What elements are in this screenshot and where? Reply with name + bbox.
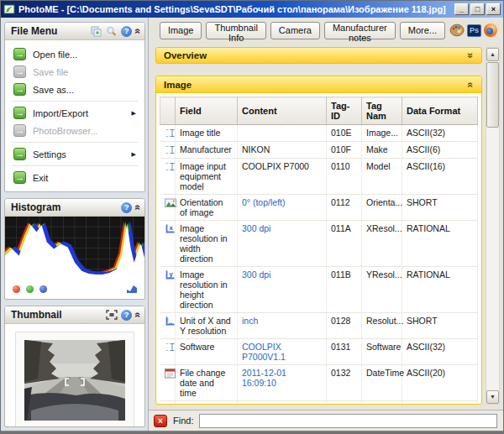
svg-text:x: x — [169, 224, 173, 232]
tab-image[interactable]: Image — [160, 22, 202, 39]
green-channel-button[interactable] — [26, 285, 34, 293]
collapse-panel-icon[interactable]: « — [134, 29, 143, 34]
table-row[interactable]: Image title010EImage...ASCII(32) — [160, 125, 478, 142]
tag-name-cell: Orienta... — [362, 195, 402, 221]
help-icon[interactable]: ? — [121, 310, 132, 321]
table-row[interactable]: Image input equipment modelCOOLPIX P7000… — [160, 159, 478, 195]
palette-icon[interactable] — [449, 24, 465, 37]
minimize-button[interactable]: _ — [454, 3, 469, 15]
tag-name-cell: YResol... — [362, 267, 402, 313]
tag-name-cell: Software — [362, 339, 402, 365]
content-cell[interactable]: COOLPIX P7000V1.1 — [238, 339, 327, 365]
green-arrow-icon: → — [13, 65, 26, 78]
image-section-header[interactable]: Image « — [156, 76, 481, 93]
green-arrow-icon: → — [13, 48, 26, 60]
menu-item-settings[interactable]: →Settings▶ — [7, 145, 143, 163]
tab-more[interactable]: More... — [400, 22, 445, 39]
table-row[interactable]: Unit of X and Y resolutioninch0128Resolu… — [160, 313, 478, 339]
column-header-content[interactable]: Content — [238, 97, 327, 125]
tab-buttons: ImageThumbnail InfoCameraManufacturer no… — [160, 22, 445, 39]
file-menu-list: →Open file...→Save file→Save as...→Impor… — [5, 40, 144, 191]
find-label: Find: — [173, 416, 193, 426]
tab-bar: ImageThumbnail InfoCameraManufacturer no… — [149, 18, 503, 43]
table-row[interactable]: ManufacturerNIKON010FMakeASCII(6) — [160, 142, 478, 159]
search-icon[interactable] — [106, 26, 118, 37]
scrollbar-thumb[interactable] — [486, 62, 499, 128]
close-button[interactable]: × — [486, 3, 501, 15]
menu-item-exit[interactable]: →Exit — [7, 169, 143, 186]
content-cell[interactable]: 2011-12-01 16:09:10 — [238, 365, 327, 401]
thumbnail-body — [5, 324, 144, 427]
table-row[interactable]: File change date and time2011-12-01 16:0… — [160, 365, 478, 401]
tab-camera[interactable]: Camera — [270, 22, 320, 39]
text-icon — [160, 142, 176, 159]
scroll-up-button[interactable]: ▲ — [486, 48, 499, 61]
copy-icon[interactable] — [91, 26, 102, 37]
crop-frame-icon[interactable] — [106, 310, 118, 320]
table-row[interactable]: yImage resolution in height direction300… — [160, 267, 478, 313]
tag-id-cell: 0110 — [327, 159, 362, 195]
tag-id-cell: 011B — [327, 267, 362, 313]
histogram-mode-icon[interactable] — [127, 285, 137, 293]
blue-channel-button[interactable] — [39, 285, 47, 293]
exif-table-body: Image title010EImage...ASCII(32)Manufact… — [160, 125, 478, 405]
find-close-button[interactable]: × — [154, 415, 167, 427]
scroll-down-button[interactable]: ▼ — [486, 390, 499, 404]
overview-section-header[interactable]: Overview » — [155, 47, 482, 64]
help-icon[interactable]: ? — [121, 26, 132, 37]
data-format-cell: ASCII(6) — [402, 142, 478, 159]
expand-section-icon[interactable]: » — [467, 53, 475, 59]
maximize-button[interactable]: □ — [470, 3, 485, 15]
content-cell[interactable]: 300 dpi — [238, 221, 327, 267]
find-bar: × Find: — [149, 410, 503, 431]
menu-item-label: Import/Export — [33, 108, 125, 118]
icon-column-header — [160, 97, 176, 125]
vertical-scrollbar[interactable]: ▲ ▼ — [486, 47, 500, 405]
field-cell: File change date and time — [176, 365, 238, 401]
data-format-cell: SHORT — [402, 401, 478, 405]
main-area: ImageThumbnail InfoCameraManufacturer no… — [149, 18, 503, 431]
tag-id-cell: 011A — [327, 221, 362, 267]
submenu-arrow-icon: ▶ — [132, 110, 136, 117]
collapse-section-icon[interactable]: « — [467, 81, 475, 87]
file-menu-title: File Menu — [11, 25, 87, 37]
photome-window: PhotoME - [C:\Documents and Settings\Sev… — [0, 0, 504, 434]
content-cell[interactable]: 0° (top/left) — [238, 195, 327, 221]
tab-manufacturer-notes[interactable]: Manufacturer notes — [324, 22, 396, 39]
help-icon[interactable]: ? — [121, 202, 132, 213]
tag-name-cell: YCbCrP... — [362, 401, 402, 405]
firefox-icon[interactable] — [484, 24, 497, 37]
photoshop-icon[interactable]: Ps — [467, 24, 481, 37]
table-row[interactable]: xImage resolution in width direction300 … — [160, 221, 478, 267]
table-row[interactable]: Y and C positioningCo-Sited0213YCbCrP...… — [160, 401, 478, 405]
column-header-tag-id[interactable]: Tag-ID — [327, 97, 362, 125]
collapse-panel-icon[interactable]: « — [134, 205, 143, 211]
data-format-cell: ASCII(32) — [402, 125, 478, 142]
menu-item-open-file[interactable]: →Open file... — [7, 45, 143, 63]
menu-separator — [12, 101, 138, 102]
menu-item-save-as[interactable]: →Save as... — [7, 81, 143, 98]
content-cell[interactable]: 300 dpi — [238, 267, 327, 313]
menu-item-label: Save file — [33, 67, 136, 77]
menu-item-import-export[interactable]: →Import/Export▶ — [7, 104, 143, 122]
field-cell: Software — [176, 339, 238, 365]
scrollbar-track[interactable] — [486, 128, 499, 390]
column-header-data-format[interactable]: Data Format — [402, 97, 478, 125]
field-cell: Image resolution in height direction — [176, 267, 238, 313]
no-icon — [160, 401, 176, 405]
column-header-field[interactable]: Field — [176, 97, 238, 125]
data-format-cell: SHORT — [402, 195, 478, 221]
tab-thumbnail-info[interactable]: Thumbnail Info — [206, 22, 265, 39]
table-row[interactable]: Orientation of image0° (top/left)0112Ori… — [160, 195, 478, 221]
go-arrow-icon[interactable] — [155, 24, 155, 36]
find-input[interactable] — [199, 414, 497, 428]
collapse-panel-icon[interactable]: « — [134, 312, 143, 318]
text-icon — [160, 125, 176, 142]
table-row[interactable]: SoftwareCOOLPIX P7000V1.10131SoftwareASC… — [160, 339, 478, 365]
y-resolution-icon: y — [160, 267, 176, 313]
title-bar: PhotoME - [C:\Documents and Settings\Sev… — [1, 1, 503, 18]
red-channel-button[interactable] — [13, 285, 20, 293]
thumbnail-frame[interactable] — [15, 332, 134, 427]
content-cell[interactable]: inch — [238, 313, 327, 339]
column-header-tag-name[interactable]: Tag Nam — [362, 97, 402, 125]
